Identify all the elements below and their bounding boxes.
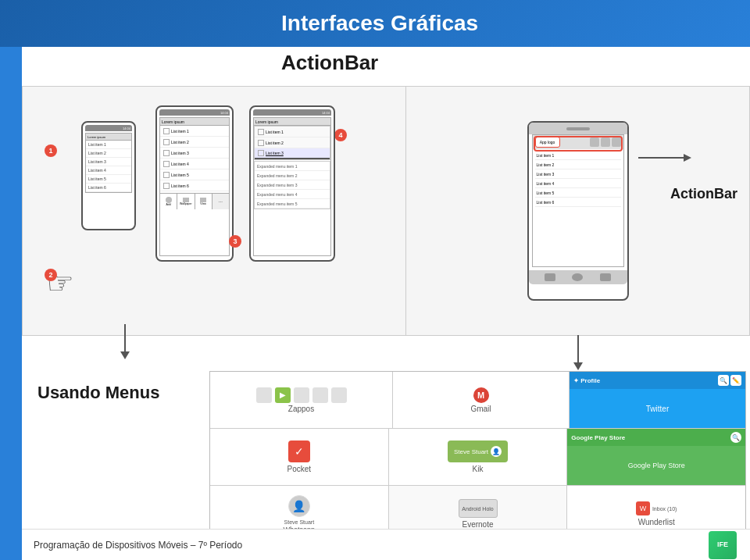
sidebar-strip [0, 0, 22, 560]
footer-logo: IFE [707, 531, 738, 559]
app-row-1: ▶ Zappos M Gmail ✦ [210, 372, 745, 429]
app-cell-twitter: ✦ Profile 🔍 ✏️ Twitter [570, 372, 745, 428]
num-circle-2: 2 [45, 269, 57, 281]
phone-3: 4 14:04 Lorem ipsum List item 1 [245, 105, 339, 262]
phone-2: 14:04 Lorem ipsum List item 1 List item … [152, 105, 238, 262]
actionbar-label: ActionBar [670, 185, 738, 202]
pocket-label: Pocket [288, 465, 312, 473]
app-cell-gmail: M Gmail [393, 372, 570, 428]
app-cell-gps: Google Play Store 🔍 Google Play Store [567, 429, 745, 485]
actionbar-highlight [534, 136, 623, 152]
usando-menus-label: Usando Menus [22, 359, 209, 403]
actionbar-phone: App logo List item 1 List [527, 121, 629, 301]
gps-label: Google Play Store [628, 462, 685, 469]
actionbar-arrow [638, 154, 691, 162]
footer-text: Programação de Dispositivos Móveis – 7º … [34, 540, 242, 551]
subtitle: ActionBar [281, 51, 378, 75]
footer: Programação de Dispositivos Móveis – 7º … [22, 529, 750, 560]
app-grid: ▶ Zappos M Gmail ✦ [209, 371, 746, 543]
zappos-label: Zappos [288, 405, 314, 413]
page-title: Interfaces Gráficas [281, 11, 478, 36]
app-cell-pocket: ✓ Pocket [210, 429, 389, 485]
num-circle-3: 3 [229, 235, 241, 248]
num-circle-1: 1 [45, 144, 57, 157]
app-row-2: ✓ Pocket Steve Stuart 👤 Kik Google Play … [210, 429, 745, 486]
phone-1: 14:04 Lorem ipsum List item 1 List item … [77, 121, 140, 230]
main-content: ☞ 1 2 14:04 Lorem ipsum List item 1 List [22, 86, 750, 529]
apps-label: Google Play Store [571, 434, 625, 441]
kik-label: Kik [473, 465, 484, 473]
wireframe-container: ☞ 1 2 14:04 Lorem ipsum List item 1 List [30, 98, 398, 324]
app-cell-kik: Steve Stuart 👤 Kik [389, 429, 568, 485]
gmail-label: Gmail [470, 405, 491, 413]
wireframes-section: ☞ 1 2 14:04 Lorem ipsum List item 1 List [23, 87, 406, 335]
app-cell-zappos: ▶ Zappos [210, 372, 393, 428]
diagrams-area: ☞ 1 2 14:04 Lorem ipsum List item 1 List [22, 86, 750, 336]
bottom-section: Usando Menus ▶ Zappos [22, 344, 750, 529]
wunderlist-label: Wunderlist [638, 518, 675, 526]
actionbar-section: App logo List item 1 List [406, 87, 749, 335]
twitter-label: Twitter [646, 405, 669, 413]
header-bar: Interfaces Gráficas [0, 0, 750, 47]
evernote-label: Evernote [462, 520, 493, 529]
num-circle-4: 4 [334, 129, 347, 141]
